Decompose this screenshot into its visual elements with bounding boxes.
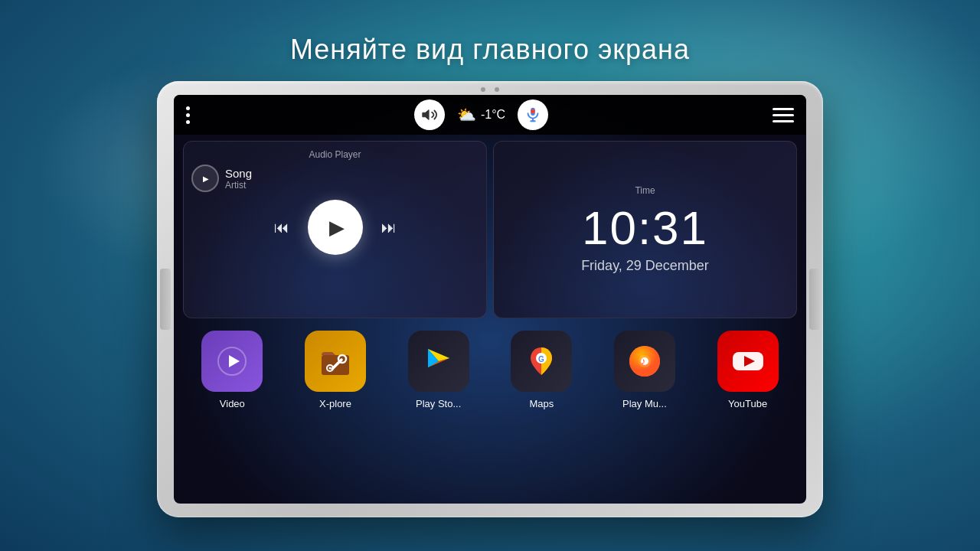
video-icon <box>215 344 249 378</box>
svg-text:G: G <box>538 355 544 364</box>
speaker-left <box>160 269 171 330</box>
playmusic-icon: ♪ <box>626 343 663 380</box>
svg-text:♪: ♪ <box>641 356 645 367</box>
audio-player-label: Audio Player <box>191 149 479 160</box>
time-widget-label: Time <box>635 185 655 196</box>
playstore-icon <box>420 343 457 380</box>
app-item-maps[interactable]: G Maps <box>500 331 583 409</box>
maps-icon: G <box>523 343 560 380</box>
app-grid: Video <box>174 324 806 416</box>
volume-icon <box>421 106 438 123</box>
tablet-shell: ⛅ -1°C <box>157 81 823 517</box>
app-icon-xplore <box>305 331 366 392</box>
hamburger-menu[interactable] <box>773 108 794 122</box>
page-title: Меняйте вид главного экрана <box>290 34 690 66</box>
song-thumbnail <box>191 165 219 192</box>
svg-marker-5 <box>229 355 240 367</box>
svg-point-10 <box>328 367 331 370</box>
camera-area <box>481 87 499 92</box>
app-icon-maps: G <box>511 331 572 392</box>
app-label-playstore: Play Sto... <box>416 398 461 409</box>
mic-icon <box>524 106 541 123</box>
weather-info: ⛅ -1°C <box>457 106 505 124</box>
app-label-youtube: YouTube <box>728 398 767 409</box>
top-bar-center: ⛅ -1°C <box>414 99 548 130</box>
camera-dot-left <box>481 87 485 92</box>
song-artist: Artist <box>225 180 252 191</box>
app-label-xplore: X-plore <box>319 398 351 409</box>
xplore-icon <box>317 343 354 380</box>
app-item-video[interactable]: Video <box>191 331 273 409</box>
volume-button[interactable] <box>414 99 445 130</box>
song-name: Song <box>225 167 252 180</box>
svg-rect-3 <box>531 109 535 114</box>
tablet-screen: ⛅ -1°C <box>174 95 806 504</box>
song-text: Song Artist <box>225 167 252 191</box>
top-bar: ⛅ -1°C <box>174 95 806 135</box>
app-icon-video <box>201 331 263 392</box>
menu-dots-button[interactable] <box>186 106 190 124</box>
audio-player-widget: Audio Player Song Artist ⏮ ⏭ <box>183 141 487 318</box>
app-label-playmusic: Play Mu... <box>622 398 667 409</box>
tablet-container: ⛅ -1°C <box>157 81 823 517</box>
app-icon-playstore <box>408 331 469 392</box>
next-button[interactable]: ⏭ <box>381 219 397 236</box>
camera-dot-right <box>495 87 499 92</box>
main-content: Audio Player Song Artist ⏮ ⏭ <box>174 135 806 324</box>
app-item-xplore[interactable]: X-plore <box>294 331 377 409</box>
app-item-playmusic[interactable]: ♪ Play Mu... <box>603 331 686 409</box>
youtube-icon <box>730 343 766 380</box>
mic-button[interactable] <box>518 99 548 130</box>
app-item-youtube[interactable]: YouTube <box>707 331 789 409</box>
app-item-playstore[interactable]: Play Sto... <box>397 331 480 409</box>
speaker-right <box>809 269 820 330</box>
time-display: 10:31 <box>582 201 708 255</box>
date-display: Friday, 29 December <box>581 258 709 274</box>
app-icon-playmusic: ♪ <box>614 331 675 392</box>
play-button[interactable] <box>308 200 363 255</box>
player-controls: ⏮ ⏭ <box>191 200 479 255</box>
prev-button[interactable]: ⏮ <box>274 219 289 236</box>
time-widget: Time 10:31 Friday, 29 December <box>493 141 797 318</box>
app-label-video: Video <box>220 398 245 409</box>
cloud-icon: ⛅ <box>457 106 476 124</box>
app-label-maps: Maps <box>529 398 554 409</box>
temperature: -1°C <box>481 108 505 122</box>
song-info: Song Artist <box>191 165 479 192</box>
app-icon-youtube <box>717 331 779 392</box>
